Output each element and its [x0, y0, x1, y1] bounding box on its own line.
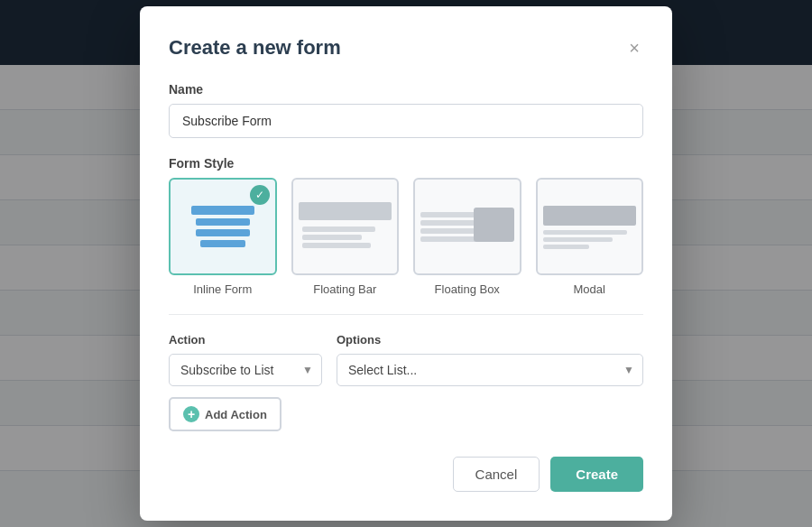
form-style-options: ✓ Inline Form [169, 178, 643, 297]
modal-header: Create a new form × [169, 35, 643, 60]
add-action-button[interactable]: + Add Action [169, 397, 281, 431]
floating-bar-icon [293, 197, 398, 257]
style-option-floating-bar[interactable]: Floating Bar [291, 178, 400, 297]
icon-top-bar [299, 202, 392, 220]
style-option-modal[interactable]: Modal [536, 178, 644, 297]
name-input[interactable] [169, 104, 643, 138]
modal-backdrop: Create a new form × Name Form Style ✓ [0, 0, 812, 527]
close-button[interactable]: × [625, 35, 643, 60]
form-style-label: Form Style [169, 156, 643, 171]
icon-bar [191, 206, 254, 215]
icon-bar [196, 218, 250, 226]
options-column: Options Select List... ▼ [337, 333, 643, 386]
icon-top-block [543, 206, 637, 226]
style-card-modal [536, 178, 644, 276]
options-label: Options [337, 333, 643, 347]
name-label: Name [169, 82, 643, 97]
style-label-modal: Modal [574, 282, 605, 296]
name-field-group: Name [169, 82, 643, 138]
icon-line [543, 230, 627, 235]
style-label-floating-box: Floating Box [435, 282, 500, 296]
style-card-inline: ✓ [169, 178, 277, 276]
modal-dialog: Create a new form × Name Form Style ✓ [140, 6, 672, 522]
add-action-label: Add Action [205, 408, 267, 421]
icon-line [420, 236, 476, 242]
action-select-wrapper: Subscribe to List Redirect ▼ [169, 354, 322, 386]
modal-footer: Cancel Create [169, 457, 643, 492]
style-label-inline: Inline Form [193, 282, 252, 296]
icon-bar [200, 240, 245, 247]
icon-bar [196, 229, 250, 236]
create-button[interactable]: Create [550, 457, 643, 492]
style-label-floating-bar: Floating Bar [313, 282, 376, 296]
action-column: Action Subscribe to List Redirect ▼ [169, 333, 322, 386]
style-card-floating-bar [291, 178, 400, 276]
modal-style-icon [538, 199, 642, 254]
add-action-plus-icon: + [183, 406, 199, 422]
action-label: Action [169, 333, 322, 347]
icon-line [302, 243, 371, 248]
options-select-wrapper: Select List... ▼ [337, 354, 643, 386]
icon-line [302, 227, 375, 232]
icon-line [302, 235, 363, 240]
action-options-row: Action Subscribe to List Redirect ▼ Opti… [169, 333, 643, 386]
icon-line [543, 245, 590, 249]
cancel-button[interactable]: Cancel [453, 457, 540, 492]
section-divider [169, 314, 643, 315]
floating-box-icon [415, 207, 520, 247]
inline-form-icon [184, 199, 262, 254]
selected-check-icon: ✓ [250, 185, 270, 205]
modal-title: Create a new form [169, 36, 341, 60]
icon-line [543, 237, 614, 242]
style-option-inline[interactable]: ✓ Inline Form [169, 178, 277, 297]
icon-box-overlay [474, 208, 514, 242]
icon-lines [299, 223, 392, 252]
icon-lines [543, 230, 637, 249]
form-style-group: Form Style ✓ Inline Form [169, 156, 643, 297]
style-card-floating-box [413, 178, 521, 276]
style-option-floating-box[interactable]: Floating Box [413, 178, 521, 297]
options-select[interactable]: Select List... [337, 354, 643, 386]
action-select[interactable]: Subscribe to List Redirect [169, 354, 322, 386]
